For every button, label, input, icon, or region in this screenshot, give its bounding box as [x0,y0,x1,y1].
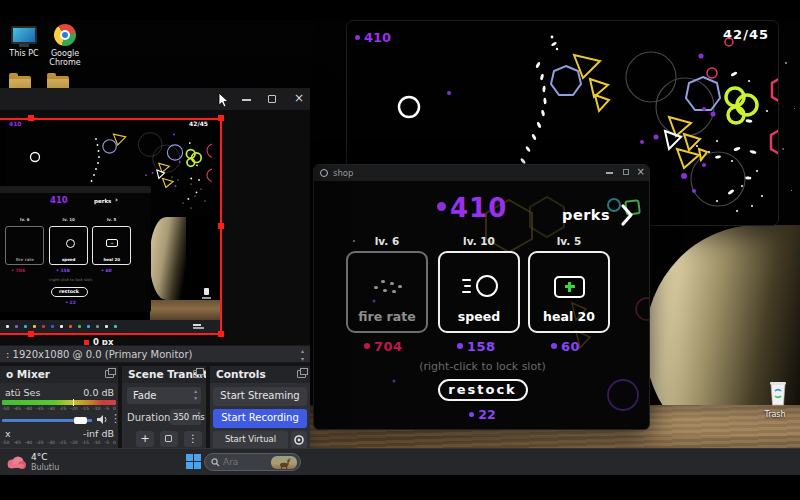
spinner-up-down-icon[interactable]: ▴▾ [301,347,304,363]
duration-label: Duration [127,412,170,423]
start-recording-button[interactable]: Start Recording [213,409,307,428]
mini-game-score: 410 [9,120,22,127]
slider-handle[interactable] [74,417,87,424]
mini-chevron-right-icon: › [115,196,118,204]
selection-handle[interactable] [218,223,224,229]
search-box[interactable] [204,453,301,471]
mini-card-cost: • 158 [56,268,70,273]
meter-tick-label: -50 [2,440,9,447]
start-virtual-camera-button[interactable]: Start Virtual Camera [213,431,288,449]
currency-dot-icon [551,343,557,349]
scene-transitions-dock: Scene Transiti... Fade ▴▾ Duration 350 m… [122,366,206,450]
spinner-up-down-icon: ▴▾ [194,388,197,402]
transition-menu-button[interactable]: ⋮ [184,431,202,447]
card-name: fire rate [348,309,426,324]
capture-properties-row[interactable]: : 1920x1080 @ 0.0 (Primary Monitor) ▴▾ [0,345,310,363]
card-name: speed [440,309,518,324]
shop-card-speed[interactable]: speed [438,251,520,333]
spinner-up-down-icon[interactable]: ▴▾ [198,410,200,422]
card-level: lv. 6 [346,235,428,247]
obs-preview-mini-desktop[interactable]: 410 42/45 [0,118,222,333]
shop-titlebar[interactable]: shop × [314,165,650,181]
windows-logo-icon [186,454,193,461]
lock-slot-hint: (right-click to lock slot) [314,360,650,373]
audio-track2-label: x [5,428,11,439]
card-cost: 60 [551,339,580,354]
shop-app-icon [320,169,328,177]
close-icon[interactable]: × [637,166,645,177]
weather-temp: 4°C [31,452,48,462]
card-cost: 704 [364,339,403,354]
audio-meter [2,400,116,405]
mini-card-level: lv. 10 [49,217,88,222]
meter-tick-label: -45 [13,406,20,413]
currency-dot-icon [457,343,463,349]
this-pc-label: This PC [4,49,44,58]
meter-tick-label: 0 [113,440,116,447]
volume-slider[interactable] [2,415,92,425]
mini-trash-label [202,297,211,299]
mini-restock-button: restock [51,287,88,297]
dock-popout-icon[interactable] [105,370,114,378]
card-name: heal 20 [530,309,608,324]
meter-tick-label: -10 [93,406,100,413]
perks-label: perks [562,207,610,223]
selection-handle[interactable] [28,331,34,337]
maximize-icon[interactable] [268,95,276,103]
virtual-camera-settings-button[interactable] [291,431,307,449]
transition-select[interactable]: Fade ▴▾ [127,387,201,404]
currency-dot-icon [364,343,370,349]
mouse-cursor-icon [218,93,229,108]
folder-tab [9,73,18,77]
meter-tick-label: -40 [25,406,32,413]
mini-shop-score: 410 [50,195,68,205]
duration-spinbox[interactable]: 350 ms ▴▾ [170,409,201,425]
dock-popout-icon[interactable] [193,370,202,378]
desktop-icon-trash[interactable]: Trash [760,380,790,419]
meter-tick-label: -20 [70,440,77,447]
mini-card-cost: • 704 [11,268,25,273]
weather-widget[interactable]: 4°C Bulutlu [5,451,75,474]
audio-track1-db: 0.0 dB [83,387,114,398]
minimize-icon[interactable] [606,172,613,174]
start-button[interactable] [186,454,202,470]
search-input[interactable] [223,455,271,469]
close-icon[interactable]: × [294,91,304,105]
obs-window: × 410 42/45 [0,88,310,450]
maximize-icon[interactable] [623,169,629,175]
chevron-right-icon [620,203,634,227]
shop-score: 410 [437,193,507,223]
transition-selected-value: Fade [133,390,156,401]
meter-scale: -50-45-40-35-30-25-20-15-10-50 [2,406,116,413]
weather-cloud-icon [5,455,27,470]
shop-card-heal[interactable]: heal 20 [528,251,610,333]
selection-handle[interactable] [218,115,224,121]
speed-icon [462,275,500,299]
transition-properties-button[interactable] [160,431,178,447]
trash-icon [768,380,788,406]
mini-card-level: lv. 5 [92,217,131,222]
selection-handle[interactable] [218,331,224,337]
obs-titlebar[interactable]: × [0,88,310,110]
obs-preview-area: 410 42/45 [0,110,310,345]
add-transition-button[interactable]: + [136,431,154,447]
controls-title: Controls [210,366,310,383]
shop-card-fire-rate[interactable]: fire rate [346,251,428,333]
kebab-menu-icon[interactable]: ⋮ [110,412,121,425]
copy-icon [165,435,172,442]
shop-window: shop × 410 perks [313,164,650,430]
speaker-icon[interactable] [96,414,108,425]
this-pc-icon-stand [19,44,29,47]
shop-body: 410 perks lv. 6 lv. 10 lv. 5 [314,181,650,430]
restock-button[interactable]: restock [438,379,528,401]
player-circle [399,97,419,117]
perks-button[interactable]: perks [562,203,634,229]
dock-popout-icon[interactable] [297,370,306,378]
heal-icon [554,276,585,298]
meter-scale: -50-45-40-35-30-25-20-15-10-50 [2,440,116,447]
start-streaming-button[interactable]: Start Streaming [213,387,307,406]
mini-card: speed [49,226,88,265]
minimize-icon[interactable] [242,99,251,101]
restock-cost: 22 [314,407,650,422]
selection-handle[interactable] [28,115,34,121]
